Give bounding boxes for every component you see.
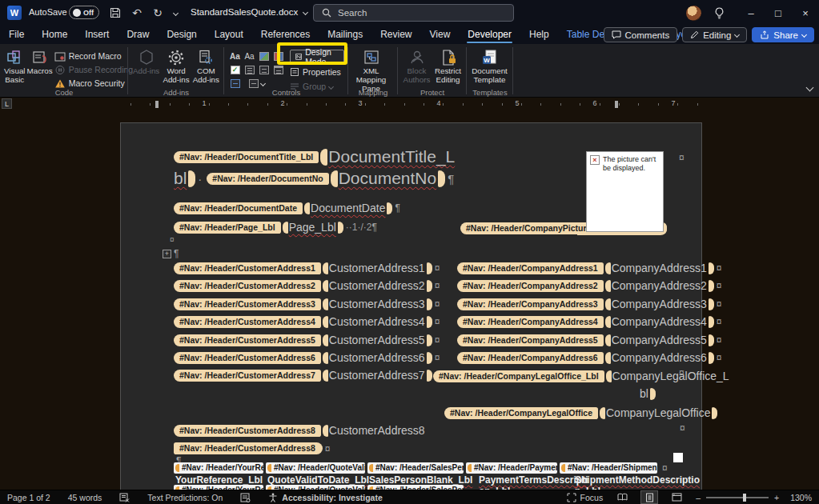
content-control-tag[interactable]: #Nav: /Header/CustomerAddress5 [174, 334, 321, 346]
company-address-control[interactable]: #Nav: /Header/CompanyAddress3CompanyAddr… [457, 298, 721, 310]
tab-design[interactable]: Design [158, 27, 205, 43]
document-date-control[interactable]: #Nav: /Header/DocumentDate DocumentDate … [174, 202, 400, 214]
rich-text-control-icon[interactable]: Aa [228, 50, 242, 62]
read-mode-button[interactable] [614, 491, 630, 503]
customer-address-control[interactable]: #Nav: /Header/CustomerAddress7CustomerAd… [174, 369, 440, 382]
lightbulb-icon[interactable] [714, 7, 725, 19]
content-control-value[interactable]: CustomerAddress1 [329, 262, 425, 274]
content-control-tag[interactable]: #Nav: /Header/CustomerAddress1 [174, 262, 321, 274]
search-input[interactable]: Search [313, 4, 514, 22]
customer-address8-end-control[interactable]: #Nav: /Header/CustomerAddress8 ¤ [174, 442, 331, 454]
left-margin-marker[interactable] [155, 101, 159, 108]
content-control-value[interactable]: CompanyAddress4 [612, 315, 707, 328]
autosave-toggle[interactable]: Off [69, 6, 99, 19]
share-button[interactable]: Share [752, 27, 814, 42]
content-control-value[interactable]: bl [640, 387, 648, 400]
visual-basic-button[interactable]: Visual Basic [4, 46, 26, 85]
restrict-editing-button[interactable]: Restrict Editing [433, 46, 463, 85]
zoom-in-icon[interactable]: + [774, 493, 779, 502]
tab-mailings[interactable]: Mailings [319, 27, 371, 43]
content-control-value[interactable]: DocumentTitle_L [328, 147, 455, 166]
content-control-value[interactable]: DocumentNo [339, 169, 437, 188]
content-control-tag[interactable]: #Nav: /Header/CustomerAddress3 [174, 298, 321, 310]
content-control-value[interactable]: CompanyLegalOffice_L [612, 370, 729, 382]
footer-label[interactable]: ShipmentMethodDescriptio [575, 474, 700, 486]
maximize-button[interactable]: □ [765, 0, 792, 26]
company-address-control[interactable]: #Nav: /Header/CompanyAddress2CompanyAddr… [457, 279, 721, 292]
content-control-value[interactable]: DocumentDate [311, 202, 385, 214]
content-control-value[interactable]: CustomerAddress4 [329, 315, 425, 328]
tab-draw[interactable]: Draw [118, 27, 158, 43]
tab-help[interactable]: Help [520, 27, 558, 43]
customer-address-control[interactable]: #Nav: /Header/CustomerAddress4CustomerAd… [174, 315, 440, 328]
proofing-errors-icon[interactable] [119, 493, 130, 502]
horizontal-ruler[interactable]: 1 2 3 4 5 6 7 [120, 100, 702, 109]
content-control-tag[interactable]: #Nav: /Header/CompanyAddress4 [457, 316, 604, 328]
zoom-track[interactable] [706, 497, 769, 498]
content-control-value[interactable]: CompanyAddress5 [612, 334, 707, 346]
company-legal-office-control[interactable]: #Nav: /Header/CompanyLegalOffice Company… [444, 406, 717, 419]
company-address-control[interactable]: #Nav: /Header/CompanyAddress1CompanyAddr… [457, 262, 721, 274]
undo-icon[interactable]: ↶ [126, 0, 147, 26]
table-move-handle[interactable]: + [163, 250, 171, 258]
tab-view[interactable]: View [421, 27, 460, 43]
content-control-value[interactable]: CustomerAddress6 [329, 351, 425, 364]
company-address-control[interactable]: #Nav: /Header/CompanyAddress5CompanyAddr… [457, 334, 721, 346]
word-count[interactable]: 45 words [68, 493, 102, 502]
tab-developer[interactable]: Developer [459, 27, 520, 43]
content-control-value[interactable]: CompanyAddress1 [612, 262, 707, 274]
content-control-tag[interactable]: #Nav: /Header/YourReferen [174, 462, 263, 474]
building-block-control-icon[interactable] [271, 50, 285, 62]
content-control-value[interactable]: CustomerAddress7 [329, 369, 425, 382]
minimize-button[interactable]: – [737, 0, 765, 26]
legal-office-wrap-row[interactable]: bl [640, 387, 656, 400]
content-control-tag[interactable]: #Nav: /Header/CustomerAddress6 [174, 352, 321, 364]
pause-recording-button[interactable]: Pause Recording [54, 63, 134, 76]
document-no-control[interactable]: bl · #Nav: /Header/DocumentNo DocumentNo… [174, 169, 454, 188]
collapse-ribbon-icon[interactable] [807, 79, 813, 94]
content-control-value[interactable]: CustomerAddress5 [329, 334, 425, 346]
content-control-tag[interactable]: #Nav: /Header/DocumentNo [207, 173, 328, 185]
picture-control-icon[interactable] [257, 50, 271, 62]
dropdown-control-icon[interactable] [257, 63, 271, 76]
customer-address-control[interactable]: #Nav: /Header/CustomerAddress3CustomerAd… [174, 298, 440, 310]
customer-address-control[interactable]: #Nav: /Header/CustomerAddress1CustomerAd… [174, 262, 440, 274]
content-control-tag[interactable]: #Nav: /Header/CustomerAddress4 [174, 316, 321, 328]
footer-label[interactable]: QuoteValidToDate_Lbl [267, 474, 369, 486]
content-control-tag[interactable]: #Nav: /Header/CustomerAddress8 [174, 425, 321, 437]
macros-button[interactable]: Macros [27, 46, 53, 76]
footer-label[interactable]: SalesPersonBlank_Lbl [369, 474, 472, 486]
content-control-tag[interactable]: #Nav: /Header/CompanyPicture [460, 222, 596, 234]
content-control-value[interactable]: CustomerAddress8 [329, 424, 425, 437]
checkbox-control-icon[interactable]: ✓ [228, 63, 242, 76]
content-control-tag[interactable]: #Nav: /Header/ShipmentM [560, 462, 657, 474]
close-button[interactable]: × [792, 0, 819, 26]
document-page[interactable]: #Nav: /Header/DocumentTitle_Lbl Document… [120, 122, 702, 490]
content-control-value[interactable]: Page_Lbl [289, 221, 336, 234]
content-control-value[interactable]: CompanyAddress3 [612, 298, 707, 310]
company-address-control[interactable]: #Nav: /Header/CompanyAddress6CompanyAddr… [457, 351, 721, 364]
content-control-tag[interactable]: #Nav: /Header/CompanyAddress3 [457, 298, 604, 310]
content-control-tag[interactable]: #Nav: /Header/CustomerAddress7 [174, 370, 321, 382]
page-label-control[interactable]: #Nav: /Header/Page_Lbl Page_Lbl ··1·/·2¶ [174, 221, 377, 234]
tab-references[interactable]: References [252, 27, 319, 43]
com-addins-button[interactable]: COM Add-ins [192, 46, 220, 85]
document-title[interactable]: StandardSalesQuote.docx [191, 7, 307, 17]
right-margin-marker[interactable] [615, 101, 618, 108]
user-avatar[interactable] [686, 6, 701, 21]
content-control-value[interactable]: CompanyAddress6 [612, 351, 707, 364]
block-authors-button[interactable]: Block Authors [402, 46, 432, 85]
tab-review[interactable]: Review [371, 27, 420, 43]
page-indicator[interactable]: Page 1 of 2 [7, 493, 50, 502]
content-control-tag[interactable]: #Nav: /Header/CompanyAddress5 [457, 334, 604, 346]
customer-address-control[interactable]: #Nav: /Header/CustomerAddress2CustomerAd… [174, 279, 440, 292]
word-app-icon[interactable]: W [7, 6, 22, 20]
zoom-slider[interactable]: – + [696, 493, 779, 502]
table-resize-handle[interactable] [673, 453, 683, 462]
print-layout-button[interactable] [641, 491, 657, 503]
xml-mapping-pane-button[interactable]: XML Mapping Pane [352, 46, 390, 94]
zoom-out-icon[interactable]: – [696, 493, 701, 502]
text-predictions[interactable]: Text Predictions: On [147, 493, 223, 502]
content-control-tag[interactable]: #Nav: /Header/CompanyLegalOffice [444, 407, 598, 419]
editor-icon[interactable] [240, 493, 251, 502]
